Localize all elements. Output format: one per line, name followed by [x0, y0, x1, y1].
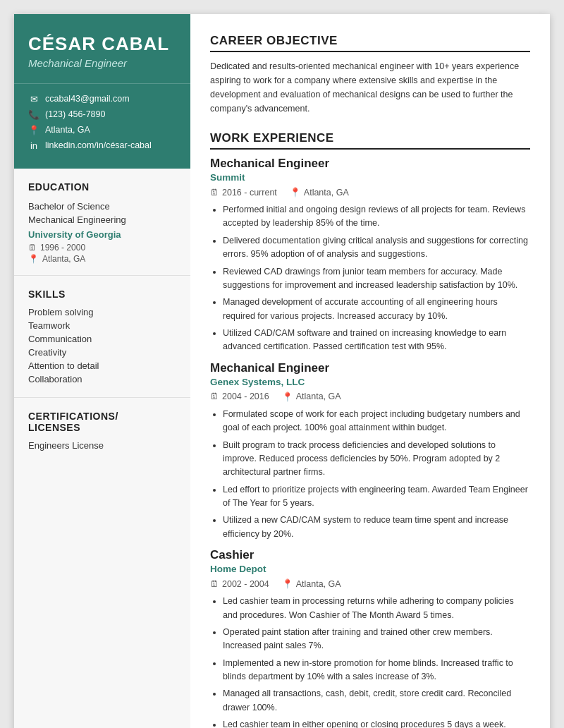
- location-icon: 📍: [28, 125, 39, 135]
- calendar-icon: 🗓: [28, 243, 37, 253]
- edu-location: 📍 Atlanta, GA: [28, 254, 176, 264]
- job-bullet: Performed initial and ongoing design rev…: [223, 203, 530, 231]
- sidebar: CÉSAR CABAL Mechanical Engineer ✉ ccabal…: [14, 14, 190, 728]
- job-bullet: Operated paint station after training an…: [223, 626, 530, 653]
- skill-item: Communication: [28, 334, 176, 344]
- job-meta: 🗓 2002 - 2004 📍 Atlanta, GA: [210, 578, 530, 589]
- contact-section: ✉ ccabal43@gmail.com 📞 (123) 456-7890 📍 …: [14, 83, 190, 169]
- education-title: EDUCATION: [28, 181, 176, 193]
- job-location-icon: 📍: [282, 578, 293, 589]
- job-years: 2004 - 2016: [222, 392, 269, 401]
- job-bullet: Managed development of accurate accounti…: [223, 296, 530, 323]
- edu-degree1: Bachelor of Science: [28, 200, 176, 214]
- job-bullet: Managed all transactions, cash, debit, c…: [223, 687, 530, 715]
- location-item: 📍 Atlanta, GA: [28, 125, 176, 135]
- job-bullets: Performed initial and ongoing design rev…: [210, 203, 530, 354]
- job-company: Genex Systems, LLC: [210, 377, 530, 387]
- job-title: Cashier: [210, 548, 530, 562]
- job-years-item: 🗓 2002 - 2004: [210, 579, 269, 589]
- main-content: CAREER OBJECTIVE Dedicated and results-o…: [190, 14, 550, 728]
- cert-item: Engineers License: [28, 440, 176, 451]
- career-objective-title: CAREER OBJECTIVE: [210, 34, 530, 52]
- email-icon: ✉: [28, 94, 39, 104]
- job-entry: Mechanical EngineerGenex Systems, LLC 🗓 …: [210, 361, 530, 541]
- job-bullet: Built program to track process deficienc…: [223, 439, 530, 480]
- email-text: ccabal43@gmail.com: [45, 94, 130, 104]
- job-bullet: Utilized a new CAD/CAM system to reduce …: [223, 514, 530, 541]
- phone-item: 📞 (123) 456-7890: [28, 109, 176, 120]
- job-bullet: Reviewed CAD drawings from junior team m…: [223, 265, 530, 293]
- sidebar-body: EDUCATION Bachelor of Science Mechanical…: [14, 169, 190, 728]
- job-location-icon: 📍: [282, 392, 293, 402]
- edu-school: University of Georgia: [28, 229, 176, 240]
- cert-list: Engineers License: [28, 440, 176, 451]
- job-bullet: Implemented a new in-store promotion for…: [223, 657, 530, 684]
- certifications-section: CERTIFICATIONS/LICENSES Engineers Licens…: [14, 398, 190, 461]
- job-years-item: 🗓 2016 - current: [210, 188, 277, 198]
- skills-section: SKILLS Problem solvingTeamworkCommunicat…: [14, 276, 190, 398]
- job-bullet: Led cashier team in either opening or cl…: [223, 718, 530, 728]
- edu-location-icon: 📍: [28, 254, 39, 264]
- edu-years-text: 1996 - 2000: [40, 243, 85, 253]
- phone-icon: 📞: [28, 109, 39, 120]
- job-years: 2002 - 2004: [222, 579, 269, 589]
- linkedin-item: in linkedin.com/in/césar-cabal: [28, 140, 176, 151]
- linkedin-text: linkedin.com/in/césar-cabal: [45, 140, 152, 150]
- sidebar-header: CÉSAR CABAL Mechanical Engineer: [14, 14, 190, 83]
- edu-location-text: Atlanta, GA: [42, 254, 85, 264]
- job-bullet: Led effort to prioritize projects with e…: [223, 483, 530, 511]
- skill-item: Creativity: [28, 347, 176, 358]
- career-objective-text: Dedicated and results-oriented mechanica…: [210, 59, 530, 116]
- candidate-title: Mechanical Engineer: [28, 57, 176, 69]
- job-location: Atlanta, GA: [296, 392, 341, 401]
- skills-title: SKILLS: [28, 289, 176, 300]
- edu-degree2: Mechanical Engineering: [28, 213, 176, 227]
- job-calendar-icon: 🗓: [210, 188, 219, 198]
- job-entry: Mechanical EngineerSummit 🗓 2016 - curre…: [210, 157, 530, 354]
- job-bullet: Formulated scope of work for each projec…: [223, 408, 530, 435]
- job-bullet: Utilized CAD/CAM software and trained on…: [223, 327, 530, 354]
- job-location: Atlanta, GA: [296, 579, 341, 589]
- job-company: Home Depot: [210, 564, 530, 574]
- work-experience-title: WORK EXPERIENCE: [210, 131, 530, 150]
- job-title: Mechanical Engineer: [210, 361, 530, 375]
- job-title: Mechanical Engineer: [210, 157, 530, 171]
- resume-container: CÉSAR CABAL Mechanical Engineer ✉ ccabal…: [14, 14, 550, 728]
- job-meta: 🗓 2004 - 2016 📍 Atlanta, GA: [210, 392, 530, 402]
- certifications-title: CERTIFICATIONS/LICENSES: [28, 411, 176, 433]
- phone-text: (123) 456-7890: [45, 109, 105, 119]
- linkedin-icon: in: [28, 140, 39, 151]
- job-calendar-icon: 🗓: [210, 392, 219, 401]
- skill-item: Attention to detail: [28, 360, 176, 371]
- job-bullet: Delivered documentation giving critical …: [223, 234, 530, 262]
- skill-item: Problem solving: [28, 307, 176, 317]
- job-meta: 🗓 2016 - current 📍 Atlanta, GA: [210, 187, 530, 198]
- skill-item: Teamwork: [28, 320, 176, 331]
- email-item: ✉ ccabal43@gmail.com: [28, 94, 176, 104]
- edu-years: 🗓 1996 - 2000: [28, 243, 176, 253]
- candidate-name: CÉSAR CABAL: [28, 34, 176, 54]
- skills-list: Problem solvingTeamworkCommunicationCrea…: [28, 307, 176, 384]
- job-company: Summit: [210, 172, 530, 183]
- job-location-icon: 📍: [290, 187, 301, 198]
- education-section: EDUCATION Bachelor of Science Mechanical…: [14, 169, 190, 276]
- job-calendar-icon: 🗓: [210, 579, 219, 589]
- location-text: Atlanta, GA: [45, 125, 90, 135]
- job-bullets: Led cashier team in processing returns w…: [210, 595, 530, 728]
- skill-item: Collaboration: [28, 374, 176, 384]
- job-years-item: 🗓 2004 - 2016: [210, 392, 269, 401]
- job-location-item: 📍 Atlanta, GA: [290, 187, 349, 198]
- job-bullets: Formulated scope of work for each projec…: [210, 408, 530, 541]
- job-bullet: Led cashier team in processing returns w…: [223, 595, 530, 622]
- job-location-item: 📍 Atlanta, GA: [282, 578, 341, 589]
- job-location-item: 📍 Atlanta, GA: [282, 392, 341, 402]
- job-years: 2016 - current: [222, 188, 277, 198]
- jobs-container: Mechanical EngineerSummit 🗓 2016 - curre…: [210, 157, 530, 728]
- job-entry: CashierHome Depot 🗓 2002 - 2004 📍 Atlant…: [210, 548, 530, 728]
- job-location: Atlanta, GA: [304, 188, 349, 198]
